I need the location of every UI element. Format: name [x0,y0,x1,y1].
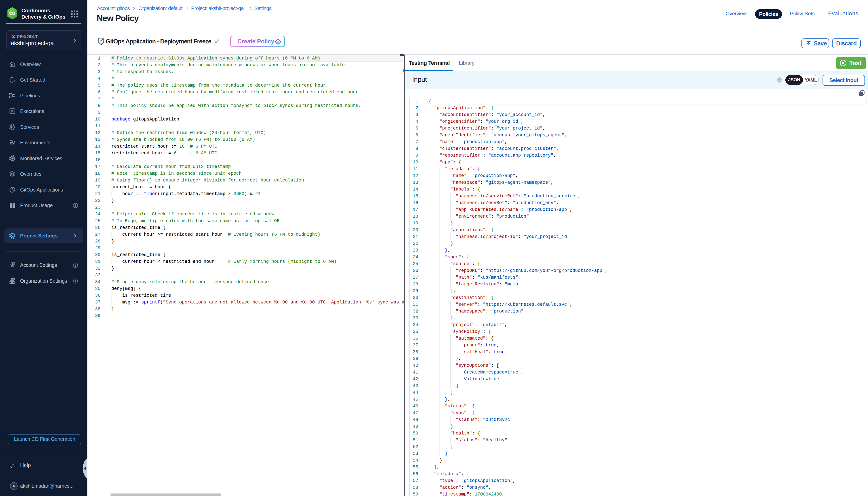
svg-text:∞: ∞ [9,7,16,18]
svg-text:</>: </> [778,79,781,82]
svg-text:?: ? [12,463,14,467]
